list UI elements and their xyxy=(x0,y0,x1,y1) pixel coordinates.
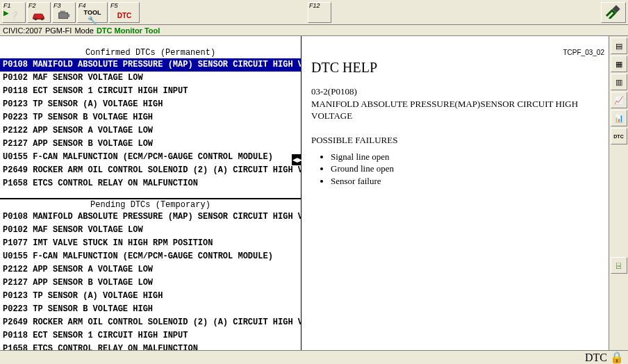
f2-label: F2 xyxy=(28,3,36,9)
f5-label: F5 xyxy=(110,3,118,9)
dtc-row[interactable]: P2649 ROCKER ARM OIL CONTROL SOLENOID (2… xyxy=(0,316,301,329)
side-btn-2[interactable]: ▦ xyxy=(611,56,627,72)
dtc-row[interactable]: P2649 ROCKER ARM OIL CONTROL SOLENOID (2… xyxy=(0,164,301,177)
side-toolbar: ▤ ▦ ▥ 📈 📊 DTC ⍈ xyxy=(609,36,628,350)
bc-vehicle[interactable]: CIVIC:2007 xyxy=(3,26,42,35)
help-title: DTC HELP xyxy=(311,60,602,76)
dtc-row[interactable]: P1658 ETCS CONTROL RELAY ON MALFUNCTION xyxy=(0,177,301,190)
breadcrumb: CIVIC:2007 PGM-FI Mode DTC Monitor Tool xyxy=(0,25,628,36)
dtc-row[interactable]: P0118 ECT SENSOR 1 CIRCUIT HIGH INPUT xyxy=(0,85,301,98)
dtc-row[interactable]: U0155 F-CAN MALFUNCTION (ECM/PCM-GAUGE C… xyxy=(0,151,301,164)
svg-rect-4 xyxy=(60,11,65,13)
dtc-row[interactable]: P1658 ETCS CONTROL RELAY ON MALFUNCTION xyxy=(0,342,301,350)
svg-point-0 xyxy=(35,18,38,21)
dtc-row[interactable]: P0223 TP SENSOR B VOLTAGE HIGH xyxy=(0,111,301,124)
help-panel: TCPF_03_02 DTC HELP 03-2(P0108) MANIFOLD… xyxy=(301,47,609,350)
dtc-row[interactable]: P0108 MANIFOLD ABSOLUTE PRESSURE (MAP) S… xyxy=(0,210,301,224)
confirmed-header: Confirmed DTCs (Permanent) xyxy=(0,47,301,58)
help-desc: MANIFOLD ABSOLUTE PRESSURE(MAP)SENSOR CI… xyxy=(311,98,602,122)
status-bar: DTC 🔒 xyxy=(0,350,628,364)
dtc-list-column: Confirmed DTCs (Permanent) P0108 MANIFOL… xyxy=(0,36,301,350)
bc-tool[interactable]: DTC Monitor Tool xyxy=(97,26,160,35)
lock-icon: 🔒 xyxy=(610,351,624,364)
graph-icon: 📈 xyxy=(614,96,624,105)
dtc-row[interactable]: P0102 MAF SENSOR VOLTAGE LOW xyxy=(0,72,301,85)
failure-item: Sensor failure xyxy=(331,175,602,188)
pending-header: Pending DTCs (Temporary) xyxy=(0,199,301,210)
dtc-row[interactable]: P2127 APP SENSOR B VOLTAGE LOW xyxy=(0,276,301,290)
status-text: DTC xyxy=(585,351,607,364)
help-code: 03-2(P0108) xyxy=(311,85,602,98)
bc-system[interactable]: PGM-FI xyxy=(45,26,72,35)
f12-label: F12 xyxy=(308,3,320,9)
top-toolbar: F1 ▶ ❔ F2 F3 F4 TOOL 🔧 F5 DTC xyxy=(0,0,628,25)
f5-button[interactable]: F5 DTC xyxy=(109,2,140,23)
f1-label: F1 xyxy=(3,3,11,9)
svg-rect-3 xyxy=(68,14,70,17)
f1-button[interactable]: F1 ▶ ❔ xyxy=(2,2,26,23)
film-icon: ▥ xyxy=(615,78,622,87)
dtc-row[interactable]: P0108 MANIFOLD ABSOLUTE PRESSURE (MAP) S… xyxy=(0,58,301,72)
failure-item: Signal line open xyxy=(331,151,602,163)
side-btn-4[interactable]: 📈 xyxy=(611,92,627,108)
f12-button[interactable]: F12 xyxy=(308,2,331,23)
bc-mode[interactable]: Mode xyxy=(74,26,94,35)
side-btn-6[interactable]: DTC xyxy=(611,128,627,144)
dtc-row[interactable]: P0123 TP SENSOR (A) VOLTAGE HIGH xyxy=(0,98,301,111)
chart-icon: 📊 xyxy=(614,114,624,123)
f3-button[interactable]: F3 xyxy=(52,2,76,23)
pending-dtc-pane: Pending DTCs (Temporary) P0108 MANIFOLD … xyxy=(0,199,301,350)
dtc-row[interactable]: P0118 ECT SENSOR 1 CIRCUIT HIGH INPUT xyxy=(0,329,301,342)
plug-icon xyxy=(605,5,622,20)
f3-label: F3 xyxy=(53,3,61,9)
f4-button[interactable]: F4 TOOL 🔧 xyxy=(77,2,108,23)
help-subhead: POSSIBLE FAILURES xyxy=(311,134,602,147)
dtc-row[interactable]: P0102 MAF SENSOR VOLTAGE LOW xyxy=(0,224,301,237)
dtc-row[interactable]: P2127 APP SENSOR B VOLTAGE LOW xyxy=(0,138,301,151)
side-btn-3[interactable]: ▥ xyxy=(611,74,627,90)
grid-icon: ▦ xyxy=(615,60,622,69)
tool-icon: TOOL 🔧 xyxy=(84,9,101,25)
list-icon: ▤ xyxy=(615,42,622,51)
dtc-row[interactable]: P1077 IMT VALVE STUCK IN HIGH RPM POSITI… xyxy=(0,237,301,250)
arrow-icon: ▶ xyxy=(3,9,9,17)
help-doc-id: TCPF_03_02 xyxy=(563,49,604,56)
confirmed-dtc-pane: Confirmed DTCs (Permanent) P0108 MANIFOL… xyxy=(0,47,301,199)
car-icon xyxy=(31,9,47,22)
side-btn-1[interactable]: ▤ xyxy=(611,38,627,54)
dtc-row[interactable]: P2122 APP SENSOR A VOLTAGE LOW xyxy=(0,263,301,276)
dtc-row[interactable]: U0155 F-CAN MALFUNCTION (ECM/PCM-GAUGE C… xyxy=(0,250,301,263)
connection-button[interactable] xyxy=(601,2,626,23)
f2-button[interactable]: F2 xyxy=(27,2,51,23)
dtc-side-icon: DTC xyxy=(613,134,623,139)
f4-label: F4 xyxy=(78,3,86,9)
dtc-row[interactable]: P0123 TP SENSOR (A) VOLTAGE HIGH xyxy=(0,290,301,303)
help-icon: ❔ xyxy=(8,9,19,22)
engine-icon xyxy=(56,9,72,22)
exit-button[interactable]: ⍈ xyxy=(611,257,627,274)
exit-icon: ⍈ xyxy=(616,261,621,270)
dtc-icon: DTC xyxy=(117,9,132,22)
failures-list: Signal line openGround line openSensor f… xyxy=(331,151,602,188)
dtc-row[interactable]: P0223 TP SENSOR B VOLTAGE HIGH xyxy=(0,303,301,316)
dtc-row[interactable]: P2122 APP SENSOR A VOLTAGE LOW xyxy=(0,124,301,138)
svg-point-1 xyxy=(41,18,44,21)
side-btn-5[interactable]: 📊 xyxy=(611,110,627,126)
svg-rect-2 xyxy=(59,13,68,18)
failure-item: Ground line open xyxy=(331,163,602,175)
